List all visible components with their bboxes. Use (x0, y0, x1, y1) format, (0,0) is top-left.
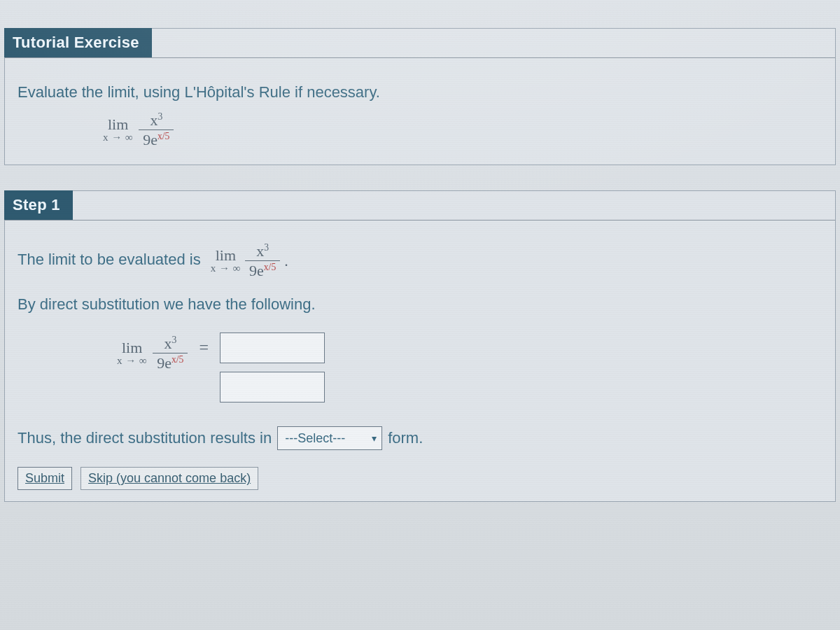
action-row: Submit Skip (you cannot come back) (5, 463, 835, 501)
limit-symbol: lim x → ∞ (103, 116, 133, 144)
step1-line2: By direct substitution we have the follo… (5, 283, 835, 320)
skip-link[interactable]: Skip (you cannot come back) (80, 467, 258, 490)
lim-label: lim (108, 116, 128, 132)
limit-fraction: x3 9ex/5 (139, 112, 174, 148)
step1-substitution-equation: lim x → ∞ x3 9ex/5 = (5, 320, 835, 419)
tutorial-limit-expression: lim x → ∞ x3 9ex/5 (5, 108, 835, 164)
period: . (284, 249, 288, 272)
limit-symbol: lim x → ∞ (211, 247, 241, 274)
step1-section: Step 1 The limit to be evaluated is lim … (4, 190, 836, 502)
tutorial-header: Tutorial Exercise (4, 28, 152, 57)
lim-approach: x → ∞ (103, 132, 133, 144)
denominator-answer-input[interactable] (220, 372, 325, 402)
form-select-wrap: ---Select--- ▾ (277, 426, 382, 450)
page-root: Tutorial Exercise Evaluate the limit, us… (0, 0, 840, 630)
section-divider (5, 220, 835, 220)
step1-line3-suffix: form. (388, 429, 423, 447)
step1-line3-prefix: Thus, the direct substitution results in (18, 429, 272, 447)
tutorial-prompt: Evaluate the limit, using L'Hôpital's Ru… (5, 71, 835, 108)
fraction-denominator: 9ex/5 (139, 132, 174, 148)
limit-symbol: lim x → ∞ (117, 340, 147, 367)
form-select[interactable]: ---Select--- (277, 426, 382, 450)
step1-line1-prefix: The limit to be evaluated is (18, 251, 201, 269)
equals-sign: = (192, 338, 216, 356)
tutorial-section: Tutorial Exercise Evaluate the limit, us… (4, 28, 836, 165)
fraction-numerator: x3 (146, 112, 167, 128)
step1-line1: The limit to be evaluated is lim x → ∞ x… (5, 233, 835, 283)
submit-button[interactable]: Submit (18, 467, 72, 490)
numerator-answer-input[interactable] (220, 332, 325, 363)
limit-fraction: x3 9ex/5 (153, 335, 188, 371)
section-divider (5, 57, 835, 58)
step1-header: Step 1 (4, 190, 73, 220)
answer-fraction-inputs (220, 332, 325, 402)
limit-fraction: x3 9ex/5 (245, 243, 280, 279)
step1-line3: Thus, the direct substitution results in… (5, 419, 835, 463)
